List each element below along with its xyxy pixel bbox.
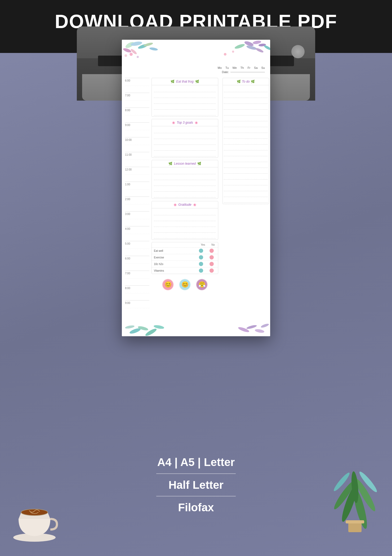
divider-1: [156, 473, 236, 474]
gratitude-line-2: [154, 215, 216, 221]
goal-line-4: [154, 145, 216, 151]
todo-line-18: [224, 185, 268, 191]
habit-water: 10c h2o: [152, 261, 218, 267]
no-circle-1: [210, 249, 214, 253]
lesson-line-1: [154, 168, 216, 174]
mood-calm-icon: 😊: [181, 281, 189, 288]
time-slot-500: 5:00: [125, 241, 149, 256]
todo-line-7: [224, 121, 268, 127]
time-slot-600: 6:00: [125, 78, 149, 93]
habit-vitamins: Vitamins: [152, 267, 218, 274]
time-slot-900: 9:00: [125, 122, 149, 137]
habit-exercise: Exercise: [152, 254, 218, 261]
time-slot-1100: 11:00: [125, 152, 149, 167]
date-label: Date:: [222, 70, 229, 74]
eat-that-frog-section: 🌿 Eat that frog 🌿: [152, 78, 218, 117]
eat-that-frog-header: 🌿 Eat that frog 🌿: [152, 78, 218, 85]
time-slot-700b: 7:00: [125, 271, 149, 285]
lesson-learned-header: 🌿 Lesson learned 🌿: [152, 160, 218, 167]
todo-line-1: [224, 86, 268, 92]
todo-line-9: [224, 133, 268, 139]
svg-rect-36: [346, 520, 364, 523]
todo-line-15: [224, 168, 268, 174]
plant-decoration: [328, 429, 381, 535]
todo-line-20: [224, 197, 268, 203]
time-slot-800: 8:00: [125, 107, 149, 122]
top-3-goals-section: 🌸 Top 3 goals 🌸: [152, 119, 218, 158]
todo-lines: [223, 85, 269, 204]
day-fr: Fr: [248, 66, 250, 69]
todo-section: 🌿 To do 🌿: [222, 78, 269, 204]
todo-line-8: [224, 127, 268, 133]
mood-happy-face: 😊: [162, 279, 174, 290]
time-column: 6:00 7:00 8:00 9:00 10:00 11:00: [123, 78, 149, 315]
planner-paper: Mo Tu We Th Fr Sa Su Date: 6:00 7:00: [122, 40, 270, 336]
lesson-line-2: [154, 174, 216, 180]
mood-calm-face: 😊: [179, 279, 191, 290]
lesson-line-3: [154, 180, 216, 186]
habit-circles-4: [199, 268, 216, 273]
top-3-goals-header: 🌸 Top 3 goals 🌸: [152, 119, 218, 126]
yes-circle-1: [199, 249, 203, 253]
leaf-left-icon: 🌿: [171, 80, 175, 83]
line-1: [154, 86, 216, 92]
lesson-learned-section: 🌿 Lesson learned 🌿: [152, 160, 218, 199]
time-slot-300: 3:00: [125, 211, 149, 226]
day-sa: Sa: [254, 66, 257, 69]
lesson-line-4: [154, 186, 216, 192]
gratitude-line-3: [154, 221, 216, 227]
gratitude-section: 🌸 Gratitude 🌸: [152, 201, 218, 240]
date-row: Date:: [122, 70, 270, 74]
lesson-learned-lines: [152, 167, 218, 199]
no-circle-4: [210, 268, 214, 273]
time-slot-400: 4:00: [125, 226, 149, 241]
todo-line-2: [224, 92, 268, 98]
gratitude-lines: [152, 208, 218, 240]
no-label: No: [211, 243, 215, 246]
todo-header: 🌿 To do 🌿: [223, 78, 269, 85]
todo-line-3: [224, 98, 268, 104]
no-circle-2: [210, 255, 214, 259]
day-tu: Tu: [225, 66, 229, 69]
leaf-pink-left-icon: 🌸: [172, 121, 175, 124]
todo-line-16: [224, 174, 268, 180]
time-slot-1200: 12:00: [125, 167, 149, 182]
day-th: Th: [240, 66, 244, 69]
todo-line-10: [224, 139, 268, 145]
svg-point-21: [125, 325, 135, 329]
gratitude-line-1: [154, 209, 216, 215]
yes-circle-3: [199, 262, 203, 266]
line-3: [154, 98, 216, 104]
divider-2: [156, 496, 236, 496]
coffee-cup-decoration: [8, 492, 61, 545]
time-slot-600b: 6:00: [125, 256, 149, 271]
todo-line-6: [224, 115, 268, 121]
mood-angry-face: 😤: [196, 279, 208, 290]
goal-line-2: [154, 133, 216, 139]
habit-eat-well: Eat well: [152, 247, 218, 254]
eat-that-frog-lines: [152, 85, 218, 116]
gratitude-line-5: [154, 233, 216, 239]
no-circle-3: [210, 262, 214, 266]
goal-line-5: [154, 151, 216, 156]
habit-circles-3: [199, 262, 216, 266]
day-su: Su: [261, 66, 265, 69]
date-line: [230, 72, 265, 72]
svg-point-23: [153, 325, 164, 330]
gratitude-line-4: [154, 227, 216, 233]
main-layout: 6:00 7:00 8:00 9:00 10:00 11:00: [122, 78, 270, 315]
top-3-goals-lines: [152, 126, 218, 158]
middle-sections: 🌿 Eat that frog 🌿 🌸: [150, 78, 220, 315]
todo-line-4: [224, 104, 268, 110]
time-slot-1000: 10:00: [125, 137, 149, 152]
time-slot-200: 2:00: [125, 196, 149, 211]
goal-line-1: [154, 127, 216, 133]
todo-line-19: [224, 191, 268, 197]
habit-circles-2: [199, 255, 216, 259]
habit-tracker: Yes No Eat well Exercise: [152, 242, 218, 274]
printer-knob: [291, 45, 305, 58]
yes-circle-4: [199, 268, 203, 273]
time-slot-900b: 9:00: [125, 300, 149, 315]
leaf-purple-right-icon: 🌸: [193, 203, 196, 206]
habit-header: Yes No: [152, 242, 218, 247]
